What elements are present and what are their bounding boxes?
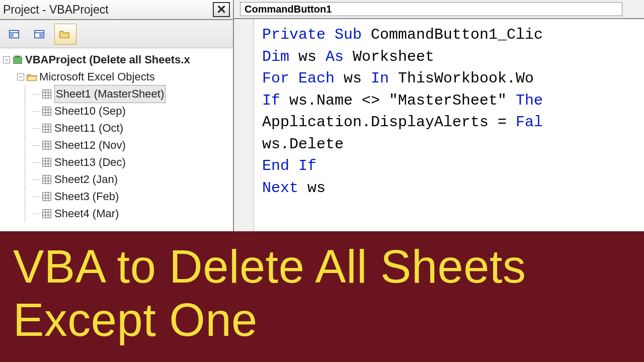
tree-sheet-item[interactable]: Sheet12 (Nov) (2, 137, 231, 154)
tree-sheet-label: Sheet13 (Dec) (54, 154, 126, 171)
project-toolbar (0, 20, 233, 48)
project-explorer-header: Project - VBAProject ✕ (0, 0, 233, 20)
tree-sheet-label: Sheet1 (MasterSheet) (54, 85, 166, 103)
tree-sheet-label: Sheet2 (Jan) (54, 171, 118, 188)
folder-open-icon (26, 71, 37, 82)
collapse-icon[interactable]: − (17, 73, 24, 80)
tree-sheet-item[interactable]: Sheet10 (Sep) (2, 103, 231, 120)
tree-sheet-label: Sheet4 (Mar) (54, 205, 119, 222)
worksheet-icon (41, 191, 52, 202)
view-code-icon (9, 29, 20, 40)
worksheet-icon (41, 174, 52, 185)
svg-rect-27 (43, 158, 51, 167)
tree-sheet-item[interactable]: Sheet11 (Oct) (2, 120, 231, 137)
tree-sheet-item[interactable]: Sheet13 (Dec) (2, 154, 231, 171)
code-panel: CommandButton1 Private Sub CommandButton… (234, 0, 644, 231)
vbaproject-icon (12, 54, 23, 65)
tree-root-label: VBAProject (Delete all Sheets.x (25, 51, 190, 68)
tree-sheet-item[interactable]: Sheet2 (Jan) (2, 171, 231, 188)
banner-line-1: VBA to Delete All Sheets (13, 240, 631, 294)
banner-line-2: Except One (13, 294, 631, 347)
view-object-icon (34, 29, 45, 40)
tree-root[interactable]: − VBAProject (Delete all Sheets.x (2, 51, 231, 68)
tree-sheet-label: Sheet11 (Oct) (54, 120, 123, 137)
svg-rect-6 (14, 57, 22, 64)
object-dropdown-value: CommandButton1 (245, 4, 332, 15)
view-object-button[interactable] (29, 24, 51, 45)
svg-rect-2 (11, 34, 14, 37)
folder-icon (59, 29, 70, 40)
close-panel-button[interactable]: ✕ (213, 2, 230, 17)
code-area: Private Sub CommandButton1_ClicDim ws As… (234, 19, 644, 231)
toggle-folders-button[interactable] (54, 24, 76, 45)
svg-rect-12 (43, 107, 51, 116)
tree-sheet-item[interactable]: Sheet3 (Feb) (2, 188, 231, 205)
code-editor[interactable]: Private Sub CommandButton1_ClicDim ws As… (254, 19, 644, 231)
title-banner: VBA to Delete All Sheets Except One (0, 231, 644, 362)
editor-area: Project - VBAProject ✕ − VBAProject (Del… (0, 0, 644, 231)
worksheet-icon (41, 88, 52, 100)
worksheet-icon (41, 123, 52, 134)
tree-sheet-item[interactable]: Sheet1 (MasterSheet) (2, 85, 231, 103)
tree-folder[interactable]: − Microsoft Excel Objects (2, 68, 231, 85)
tree-sheet-item[interactable]: Sheet4 (Mar) (2, 205, 231, 222)
close-icon: ✕ (216, 3, 226, 17)
view-code-button[interactable] (4, 24, 26, 45)
object-dropdown-bar: CommandButton1 (234, 0, 644, 19)
project-tree[interactable]: − VBAProject (Delete all Sheets.x − Micr… (0, 48, 233, 231)
svg-rect-7 (43, 90, 51, 99)
project-explorer-panel: Project - VBAProject ✕ − VBAProject (Del… (0, 0, 234, 231)
worksheet-icon (41, 208, 52, 219)
svg-rect-42 (43, 210, 51, 218)
svg-rect-5 (39, 34, 43, 37)
tree-sheet-label: Sheet3 (Feb) (54, 188, 119, 205)
object-dropdown[interactable]: CommandButton1 (240, 2, 622, 16)
svg-rect-17 (43, 124, 51, 133)
svg-rect-22 (43, 141, 51, 150)
tree-sheet-label: Sheet12 (Nov) (54, 137, 126, 154)
svg-rect-32 (43, 175, 51, 184)
collapse-icon[interactable]: − (3, 56, 10, 63)
code-margin (234, 19, 254, 231)
svg-rect-37 (43, 193, 51, 201)
project-explorer-title: Project - VBAProject (3, 3, 213, 17)
worksheet-icon (41, 157, 52, 168)
tree-sheet-label: Sheet10 (Sep) (54, 103, 126, 120)
tree-folder-label: Microsoft Excel Objects (39, 68, 155, 85)
worksheet-icon (41, 106, 52, 117)
worksheet-icon (41, 140, 52, 151)
